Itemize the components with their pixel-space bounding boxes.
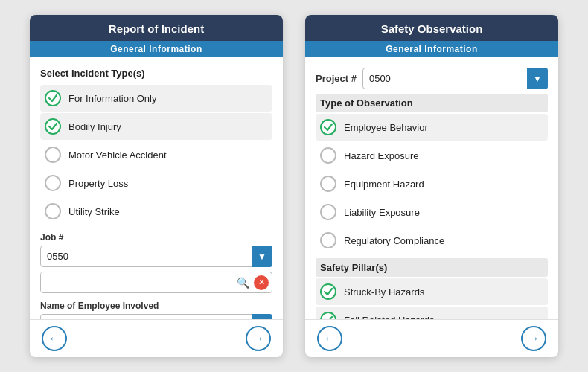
left-panel-subtitle: General Information (30, 41, 283, 57)
check-circle-icon (45, 118, 61, 135)
observation-types-list: Employee BehaviorHazard ExposureEquipmen… (316, 114, 548, 254)
checkbox-label: Equipment Hazard (344, 179, 424, 190)
job-select-wrapper[interactable]: 0550 ▼ (40, 246, 272, 267)
check-circle-icon (320, 204, 336, 220)
search-row[interactable]: 🔍 ✕ (40, 272, 272, 293)
checkbox-label: Regulatory Compliance (344, 235, 444, 246)
right-panel-body: Project # 0500 ▼ Type of Observation Emp… (305, 57, 558, 319)
search-button[interactable]: 🔍 (232, 274, 254, 292)
checkbox-row[interactable]: Liability Exposure (316, 199, 548, 225)
checkbox-row[interactable]: Hazard Exposure (316, 142, 548, 169)
left-panel: Report of Incident General Information S… (30, 15, 283, 357)
checkbox-row[interactable]: Equipment Hazard (316, 170, 548, 197)
checkbox-label: Liability Exposure (344, 207, 420, 218)
checkbox-row[interactable]: Fall Related Hazards (316, 307, 548, 319)
checkbox-row[interactable]: For Information Only (40, 85, 272, 112)
checkbox-label: For Information Only (68, 93, 157, 104)
left-panel-footer: ← → (30, 319, 283, 357)
employee-field-label: Name of Employee Involved (40, 301, 272, 311)
checkbox-label: Struck-By Hazards (344, 286, 424, 298)
checkbox-label: Employee Behavior (344, 122, 428, 133)
check-circle-icon (320, 312, 336, 319)
project-select-value[interactable]: 0500 (362, 68, 548, 89)
employee-field: Name of Employee Involved RICARDO ACUNA … (40, 301, 272, 319)
checkbox-row[interactable]: Motor Vehicle Accident (40, 141, 272, 168)
check-circle-icon (45, 147, 61, 163)
check-circle-icon (320, 147, 336, 164)
check-circle-icon (320, 232, 336, 248)
checkbox-row[interactable]: Regulatory Compliance (316, 227, 548, 254)
job-select-value[interactable]: 0550 (40, 246, 272, 267)
right-panel-subtitle: General Information (305, 41, 558, 57)
type-observation-header: Type of Observation (316, 94, 548, 112)
left-panel-title: Report of Incident (30, 15, 283, 41)
project-select-wrapper[interactable]: 0500 ▼ (362, 68, 548, 89)
left-back-button[interactable]: ← (42, 326, 67, 351)
project-row: Project # 0500 ▼ (316, 68, 548, 89)
left-panel-body: Select Incident Type(s) For Information … (30, 57, 283, 319)
checkbox-row[interactable]: Bodily Injury (40, 113, 272, 140)
checkbox-row[interactable]: Employee Behavior (316, 114, 548, 141)
left-forward-button[interactable]: → (246, 326, 271, 351)
incident-type-section-label: Select Incident Type(s) (40, 68, 272, 79)
checkbox-label: Property Loss (68, 178, 128, 189)
right-back-button[interactable]: ← (317, 326, 342, 351)
safety-pillar-header: Safety Pillar(s) (316, 258, 548, 277)
checkbox-label: Bodily Injury (68, 121, 121, 132)
check-circle-icon (320, 283, 336, 300)
checkbox-label: Motor Vehicle Accident (68, 150, 167, 161)
employee-select-value[interactable]: RICARDO ACUNA MARTINEZ (40, 314, 272, 319)
checkbox-row[interactable]: Struck-By Hazards (316, 278, 548, 305)
pillars-list: Struck-By HazardsFall Related HazardsTre… (316, 278, 548, 319)
checkbox-label: Hazard Exposure (344, 150, 418, 161)
right-panel-footer: ← → (305, 319, 558, 357)
incident-types-list: For Information OnlyBodily InjuryMotor V… (40, 85, 272, 225)
check-circle-icon (320, 119, 336, 135)
right-forward-button[interactable]: → (521, 326, 546, 351)
search-input[interactable] (41, 272, 232, 292)
right-panel: Safety Observation General Information P… (305, 15, 558, 357)
check-circle-icon (45, 175, 61, 191)
checkbox-row[interactable]: Utility Strike (40, 198, 272, 225)
checkbox-label: Utility Strike (68, 206, 120, 217)
job-field-label: Job # (40, 232, 272, 243)
check-circle-icon (45, 90, 61, 106)
check-circle-icon (45, 203, 61, 219)
job-field: Job # 0550 ▼ (40, 232, 272, 267)
checkbox-row[interactable]: Property Loss (40, 170, 272, 196)
right-panel-title: Safety Observation (305, 15, 558, 41)
employee-select-wrapper[interactable]: RICARDO ACUNA MARTINEZ ▼ (40, 314, 272, 319)
search-clear-button[interactable]: ✕ (254, 275, 269, 290)
check-circle-icon (320, 176, 336, 192)
project-label: Project # (316, 73, 357, 84)
